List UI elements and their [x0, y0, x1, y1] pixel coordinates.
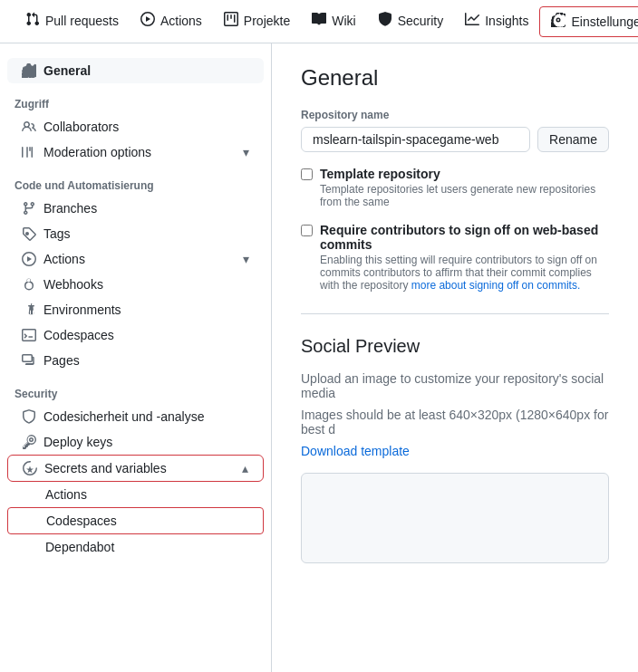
webhook-icon — [22, 277, 36, 292]
people-icon — [22, 120, 36, 134]
nav-security-label: Security — [398, 14, 444, 28]
projects-icon — [224, 12, 238, 29]
actions-chevron-icon: ▾ — [243, 252, 249, 266]
sidebar-sub-codespaces-label: Codespaces — [46, 514, 117, 528]
sidebar-collaborators-label: Collaborators — [44, 120, 119, 134]
branch-icon — [22, 201, 36, 216]
template-repo-checkbox[interactable] — [301, 168, 313, 180]
nav-insights-label: Insights — [485, 14, 528, 28]
page-title: General — [301, 65, 609, 91]
sidebar-item-pages[interactable]: Pages — [7, 348, 264, 373]
moderation-icon — [22, 145, 36, 159]
sidebar-codespaces-label: Codespaces — [44, 328, 114, 342]
sign-off-desc: Enabling this setting will require contr… — [320, 254, 609, 292]
sidebar-actions-label: Actions — [44, 252, 85, 266]
actions-icon — [140, 12, 155, 29]
sidebar-item-environments[interactable]: Environments — [7, 297, 264, 322]
sidebar-branches-label: Branches — [44, 201, 97, 216]
nav-actions-label: Actions — [160, 14, 202, 28]
sidebar-item-webhooks[interactable]: Webhooks — [7, 272, 264, 297]
template-repo-label: Template repository — [320, 167, 609, 181]
social-preview-upload: Upload an image to customize your reposi… — [301, 371, 609, 400]
codespaces-icon — [22, 328, 36, 342]
nav-projekte[interactable]: Projekte — [213, 1, 301, 42]
security-icon — [378, 12, 392, 29]
social-preview-images: Images should be at least 640×320px (128… — [301, 408, 609, 437]
pages-icon — [22, 353, 36, 368]
sidebar-section-code: Code und Automatisierung — [0, 165, 271, 196]
wiki-icon — [312, 12, 326, 29]
sidebar-sub-dependabot-label: Dependabot — [45, 540, 114, 554]
nav-insights[interactable]: Insights — [454, 1, 539, 42]
sidebar-item-branches[interactable]: Branches — [7, 196, 264, 221]
nav-security[interactable]: Security — [367, 1, 455, 42]
nav-wiki-label: Wiki — [332, 14, 355, 28]
rename-button[interactable]: Rename — [537, 127, 609, 152]
nav-pull-requests[interactable]: Pull requests — [14, 1, 130, 42]
divider — [301, 313, 609, 314]
key-icon — [22, 435, 36, 449]
sidebar-item-codespaces[interactable]: Codespaces — [7, 322, 264, 348]
sidebar-sub-actions-label: Actions — [45, 487, 87, 502]
template-repo-row: Template repository Template repositorie… — [301, 167, 609, 208]
sidebar-moderation-label: Moderation options — [44, 145, 151, 159]
sidebar-section-zugriff: Zugriff — [0, 83, 271, 114]
sidebar-item-codesicherheit[interactable]: Codesicherheit und -analyse — [7, 404, 264, 429]
repo-name-label: Repository name — [301, 109, 609, 121]
sidebar-general-label: General — [44, 63, 91, 78]
actions-nav-icon — [22, 252, 36, 266]
sidebar-section-security: Security — [0, 373, 271, 404]
env-icon — [22, 302, 36, 317]
sign-off-link[interactable]: more about signing off on commits. — [411, 279, 581, 292]
template-repo-desc: Template repositories let users generate… — [320, 183, 609, 208]
secrets-chevron-up-icon: ▴ — [242, 461, 248, 475]
sidebar-deploy-keys-label: Deploy keys — [44, 435, 112, 449]
settings-icon — [551, 13, 566, 30]
nav-pull-requests-label: Pull requests — [45, 14, 119, 28]
sidebar-pages-label: Pages — [44, 353, 80, 368]
code-security-icon — [22, 409, 36, 424]
sidebar-item-tags[interactable]: Tags — [7, 221, 264, 246]
social-preview-title: Social Preview — [301, 336, 609, 357]
template-repo-text: Template repository Template repositorie… — [320, 167, 609, 208]
sign-off-label: Require contributors to sign off on web-… — [320, 223, 609, 252]
sign-off-checkbox[interactable] — [301, 225, 313, 236]
sidebar-environments-label: Environments — [44, 302, 121, 317]
sidebar-sub-codespaces[interactable]: Codespaces — [7, 507, 264, 534]
main-layout: General Zugriff Collaborators Moderation… — [0, 43, 638, 672]
sidebar-item-deploy-keys[interactable]: Deploy keys — [7, 429, 264, 455]
sidebar-item-secrets[interactable]: Secrets and variables ▴ — [7, 455, 264, 482]
sidebar-sub-actions[interactable]: Actions — [7, 482, 264, 507]
social-preview-box — [301, 473, 609, 563]
main-content: General Repository name Rename Template … — [272, 43, 638, 672]
gear-icon — [22, 63, 36, 78]
sidebar-item-moderation[interactable]: Moderation options ▾ — [7, 139, 264, 165]
sidebar-item-general[interactable]: General — [7, 58, 264, 83]
sidebar-codesicherheit-label: Codesicherheit und -analyse — [44, 409, 204, 424]
sidebar: General Zugriff Collaborators Moderation… — [0, 43, 272, 672]
repo-name-row: Rename — [301, 127, 609, 152]
nav-einstellungen-label: Einstellungen — [571, 14, 638, 29]
top-nav: Pull requests Actions Projekte Wiki Secu… — [0, 0, 638, 43]
chevron-down-icon: ▾ — [243, 145, 249, 159]
sidebar-tags-label: Tags — [44, 226, 71, 241]
sidebar-sub-dependabot[interactable]: Dependabot — [7, 534, 264, 560]
sidebar-webhooks-label: Webhooks — [44, 277, 103, 292]
star-icon — [23, 461, 37, 475]
sidebar-item-actions[interactable]: Actions ▾ — [7, 246, 264, 272]
pr-icon — [25, 12, 40, 29]
nav-projekte-label: Projekte — [244, 14, 290, 28]
sidebar-item-collaborators[interactable]: Collaborators — [7, 114, 264, 139]
tag-icon — [22, 226, 36, 241]
sign-off-row: Require contributors to sign off on web-… — [301, 223, 609, 292]
repo-name-input[interactable] — [301, 127, 530, 152]
nav-wiki[interactable]: Wiki — [301, 1, 366, 42]
sign-off-text: Require contributors to sign off on web-… — [320, 223, 609, 292]
download-template-link[interactable]: Download template — [301, 444, 410, 458]
nav-einstellungen[interactable]: Einstellungen 1 — [539, 6, 638, 37]
nav-actions[interactable]: Actions — [130, 1, 213, 42]
insights-icon — [465, 12, 479, 29]
sidebar-secrets-label: Secrets and variables — [44, 461, 167, 475]
